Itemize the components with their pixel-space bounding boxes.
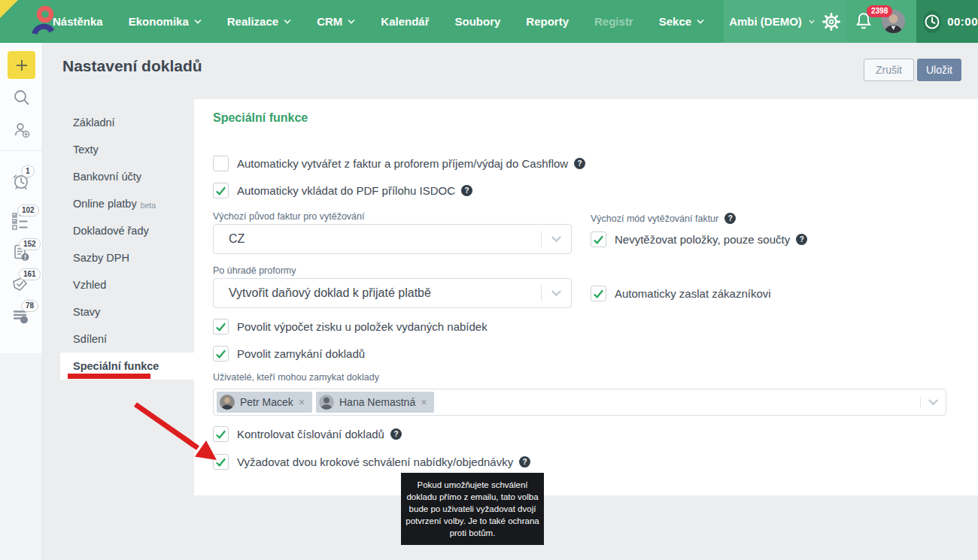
chip-name: Petr Macek <box>240 396 293 408</box>
help-icon[interactable]: ? <box>461 185 472 196</box>
checkbox-row-no-items[interactable]: Nevytěžovat položky, pouze součty ? <box>591 232 807 247</box>
alarm-badge: 1 <box>21 165 35 177</box>
remove-chip-icon[interactable]: × <box>299 396 305 408</box>
menu-item-online-platby[interactable]: Online platbybeta <box>60 190 194 217</box>
checkbox[interactable] <box>213 454 229 470</box>
checkbox-row-locking[interactable]: Povolit zamykání dokladů <box>213 346 365 362</box>
gear-icon[interactable] <box>822 12 841 32</box>
corner-accent <box>0 0 18 18</box>
menu-item-zakladni[interactable]: Základní <box>60 109 194 136</box>
nav-item-nastenka[interactable]: Nástěnka <box>53 15 103 28</box>
approvals-badge: 161 <box>19 268 41 280</box>
checkbox[interactable] <box>213 346 229 362</box>
help-icon[interactable]: ? <box>574 158 585 169</box>
menu-item-bankovni-ucty[interactable]: Bankovní účty <box>60 163 194 190</box>
select-caret-zone[interactable] <box>920 389 946 415</box>
section-heading: Speciální funkce <box>213 111 308 125</box>
checkbox[interactable] <box>591 286 606 301</box>
checkbox-row-profit[interactable]: Povolit výpočet zisku u položek vydaných… <box>213 319 487 334</box>
checkbox-label: Automaticky vkládat do PDF přílohu ISDOC <box>237 184 455 197</box>
help-icon[interactable]: ? <box>796 234 807 245</box>
nav-item-reporty[interactable]: Reporty <box>526 15 569 28</box>
chevron-down-icon <box>194 19 202 24</box>
nav-item-registr[interactable]: Registr <box>594 15 633 28</box>
documents-badge: 152 <box>19 238 41 250</box>
menu-label: Texty <box>73 144 99 156</box>
menu-label: Sazby DPH <box>73 252 129 264</box>
red-arrow-line <box>135 404 198 448</box>
nav-label: Realizace <box>227 15 278 28</box>
nav-label: Registr <box>594 15 633 28</box>
select-value: CZ <box>214 232 244 246</box>
checkbox-row-two-step[interactable]: Vyžadovat dvou krokové schválení nabídky… <box>213 454 530 470</box>
remove-chip-icon[interactable]: × <box>421 396 427 408</box>
invoices-badge: 78 <box>21 300 38 312</box>
checkbox[interactable] <box>213 183 229 198</box>
cancel-button[interactable]: Zrušit <box>864 59 914 81</box>
select-value: Vytvořit daňový doklad k přijaté platbě <box>214 286 431 300</box>
search-icon[interactable] <box>13 89 31 110</box>
checkbox-label: Vyžadovat dvou krokové schválení nabídky… <box>237 456 513 468</box>
caret-down-icon <box>809 20 815 24</box>
notifications-badge: 2398 <box>867 5 892 17</box>
checkbox[interactable] <box>213 426 229 442</box>
menu-item-texty[interactable]: Texty <box>60 136 194 163</box>
menu-label: Dokladové řady <box>73 225 149 237</box>
account-switcher[interactable]: Ambi (DEMO) <box>724 0 846 43</box>
nav-item-kalendar[interactable]: Kalendář <box>381 15 429 28</box>
menu-item-vzhled[interactable]: Vzhled <box>60 271 194 298</box>
page-title: Nastavení dokladů <box>62 57 202 75</box>
checkbox-row-isdoc[interactable]: Automaticky vkládat do PDF přílohu ISDOC… <box>213 183 472 198</box>
checkbox-label: Automaticky zaslat zákazníkovi <box>615 287 771 300</box>
users-multiselect[interactable]: Petr Macek × Hana Nemastná × <box>213 389 946 416</box>
nav-item-sekce[interactable]: Sekce <box>659 15 704 28</box>
checkbox-label: Nevytěžovat položky, pouze součty <box>615 233 790 246</box>
chip-name: Hana Nemastná <box>339 396 415 408</box>
nav-item-crm[interactable]: CRM <box>317 15 355 28</box>
menu-item-sazby-dph[interactable]: Sazby DPH <box>60 244 194 271</box>
nav-item-soubory[interactable]: Soubory <box>455 15 501 28</box>
help-icon[interactable]: ? <box>724 213 736 224</box>
checkbox-row-auto-send[interactable]: Automaticky zaslat zákazníkovi <box>591 286 771 301</box>
main-nav: Nástěnka Ekonomika Realizace CRM Kalendá… <box>53 0 704 43</box>
checkbox[interactable] <box>213 319 229 334</box>
help-icon[interactable]: ? <box>519 456 530 468</box>
timer-value: 00:00 <box>947 15 978 28</box>
checkbox-row-numbering[interactable]: Kontrolovat číslování dokladů ? <box>213 426 402 442</box>
menu-item-stavy[interactable]: Stavy <box>60 298 194 325</box>
avatar <box>319 395 334 410</box>
help-icon[interactable]: ? <box>390 428 402 440</box>
chevron-down-icon <box>551 286 561 296</box>
menu-item-specialni-funkce[interactable]: Speciální funkce <box>60 353 194 380</box>
chevron-down-icon <box>284 19 291 24</box>
nav-item-realizace[interactable]: Realizace <box>227 15 291 28</box>
menu-label: Vzhled <box>73 279 106 291</box>
proforma-select[interactable]: Vytvořit daňový doklad k přijaté platbě <box>213 278 572 308</box>
menu-item-sdileni[interactable]: Sdílení <box>60 325 194 353</box>
checkbox-row-cashflow[interactable]: Automaticky vytvářet z faktur a proforem… <box>213 156 585 171</box>
user-chip[interactable]: Petr Macek × <box>217 392 312 413</box>
nav-label: Sekce <box>659 15 691 28</box>
timer-icon[interactable] <box>923 11 941 33</box>
add-new-button[interactable] <box>8 51 35 79</box>
save-button[interactable]: Uložit <box>917 59 961 81</box>
select-caret-zone[interactable] <box>541 225 571 253</box>
checkbox[interactable] <box>213 156 229 171</box>
checkbox-label: Automaticky vytvářet z faktur a proforem… <box>237 157 568 170</box>
nav-label: Nástěnka <box>53 15 103 28</box>
nav-label: CRM <box>317 15 342 28</box>
notifications-zone: 2398 <box>846 0 916 43</box>
special-functions-panel: Speciální funkce Automaticky vytvářet z … <box>194 99 978 495</box>
field-label-origin: Výchozí původ faktur pro vytěžování <box>213 211 365 222</box>
nav-label: Kalendář <box>381 15 429 28</box>
help-tooltip: Pokud umožňujete schválení dokladu přímo… <box>401 473 544 545</box>
add-contact-icon[interactable] <box>12 120 32 143</box>
checkbox[interactable] <box>591 232 606 247</box>
nav-item-ekonomika[interactable]: Ekonomika <box>129 15 202 28</box>
origin-select[interactable]: CZ <box>213 224 572 254</box>
user-chip[interactable]: Hana Nemastná × <box>316 392 434 413</box>
rail-divider <box>0 150 42 151</box>
menu-item-dokladove-rady[interactable]: Dokladové řady <box>60 217 194 244</box>
select-caret-zone[interactable] <box>541 279 571 307</box>
beta-tag: beta <box>141 198 156 210</box>
